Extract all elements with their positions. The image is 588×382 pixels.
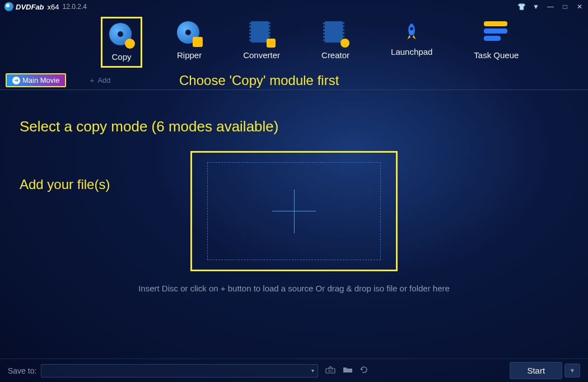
maximize-icon[interactable]: □ — [561, 3, 569, 11]
app-name: DVDFab — [16, 3, 44, 11]
arrow-right-icon: ➜ — [12, 77, 20, 84]
add-label: Add — [97, 76, 110, 84]
module-label: Task Queue — [474, 50, 519, 60]
folder-icon[interactable] — [343, 366, 353, 376]
footer-bar: Save to: ISO Start ▼ — [0, 359, 588, 382]
queue-icon — [484, 21, 508, 46]
add-button[interactable]: ＋ Add — [88, 76, 110, 86]
app-logo-icon — [4, 2, 13, 11]
drop-hint-text: Insert Disc or click on + button to load… — [20, 284, 568, 293]
window-controls: 👕 ▼ — □ ✕ — [517, 3, 584, 11]
shirt-icon[interactable]: 👕 — [517, 3, 525, 11]
choose-module-hint: Choose 'Copy' module first — [179, 73, 339, 88]
converter-icon — [249, 21, 274, 46]
module-task-queue[interactable]: Task Queue — [467, 17, 525, 68]
module-label: Converter — [243, 50, 280, 60]
select-mode-label: Select a copy mode (6 modes available) — [20, 118, 568, 135]
copy-icon — [109, 23, 134, 48]
save-to-label: Save to: — [8, 366, 36, 375]
drop-zone-highlight — [190, 151, 398, 271]
rocket-icon — [401, 21, 422, 43]
app-version: 12.0.2.4 — [63, 3, 87, 11]
iso-icon[interactable]: ISO — [325, 365, 336, 376]
module-label: Ripper — [177, 50, 202, 60]
module-converter[interactable]: Converter — [236, 17, 287, 68]
module-launchpad[interactable]: Launchpad — [384, 17, 439, 68]
main-movie-label: Main Movie — [22, 76, 59, 84]
dropdown-icon[interactable]: ▼ — [532, 3, 540, 11]
module-label: Launchpad — [391, 47, 432, 56]
save-path-dropdown[interactable] — [41, 364, 318, 378]
minimize-icon[interactable]: — — [547, 3, 554, 11]
refresh-icon[interactable] — [360, 365, 368, 376]
svg-text:ISO: ISO — [328, 369, 333, 372]
start-label: Start — [527, 366, 545, 375]
add-files-label: Add your file(s) — [20, 177, 110, 192]
title-bar: DVDFab x64 12.0.2.4 👕 ▼ — □ ✕ — [0, 0, 588, 13]
creator-icon — [323, 21, 348, 46]
module-tabs: Copy Ripper Converter Creator Launchpad … — [0, 13, 588, 68]
module-creator[interactable]: Creator — [315, 17, 356, 68]
plus-icon: ＋ — [88, 76, 96, 84]
module-label: Copy — [111, 52, 131, 62]
drop-zone[interactable] — [207, 162, 381, 260]
module-ripper[interactable]: Ripper — [170, 17, 208, 68]
svg-point-0 — [410, 27, 413, 30]
main-area: Select a copy mode (6 modes available) A… — [0, 90, 588, 293]
close-icon[interactable]: ✕ — [576, 3, 584, 11]
start-button[interactable]: Start — [510, 362, 562, 379]
module-copy[interactable]: Copy — [101, 17, 142, 68]
plus-icon — [272, 189, 316, 234]
ripper-icon — [177, 21, 202, 46]
module-label: Creator — [321, 50, 349, 60]
main-movie-button[interactable]: ➜ Main Movie — [6, 73, 66, 87]
start-dropdown[interactable]: ▼ — [564, 364, 580, 378]
app-arch: x64 — [48, 3, 59, 11]
secondary-bar: ➜ Main Movie ＋ Add Choose 'Copy' module … — [0, 71, 588, 90]
